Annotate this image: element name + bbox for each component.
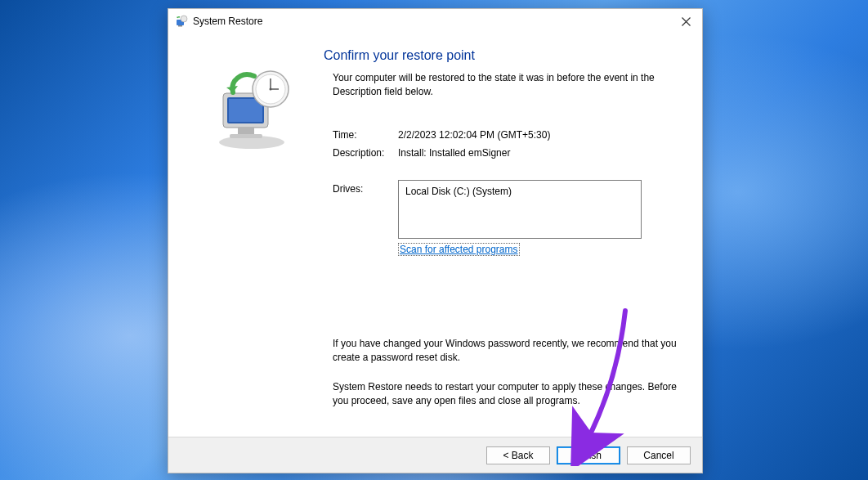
svg-rect-8	[238, 128, 254, 134]
button-bar: < Back Finish Cancel	[168, 437, 702, 473]
drive-item: Local Disk (C:) (System)	[405, 186, 512, 197]
svg-rect-7	[229, 99, 262, 122]
wizard-text-panel: Confirm your restore point Your computer…	[317, 48, 679, 428]
window-title: System Restore	[193, 16, 674, 27]
scan-link-row: Scan for affected programs	[324, 244, 679, 255]
titlebar: System Restore	[168, 9, 702, 34]
finish-button[interactable]: Finish	[557, 446, 620, 464]
page-heading: Confirm your restore point	[324, 48, 679, 63]
wizard-image-panel	[186, 48, 317, 428]
app-icon	[175, 15, 188, 28]
cancel-button[interactable]: Cancel	[627, 446, 691, 464]
system-restore-window: System Restore	[168, 8, 703, 473]
description-label: Description:	[333, 147, 398, 159]
scan-affected-programs-link[interactable]: Scan for affected programs	[398, 243, 520, 256]
svg-point-14	[270, 88, 272, 91]
description-value: Install: Installed emSigner	[398, 147, 510, 159]
restart-warning-text: System Restore needs to restart your com…	[324, 380, 679, 409]
svg-rect-1	[178, 25, 182, 27]
page-instruction: Your computer will be restored to the st…	[324, 71, 679, 100]
system-restore-icon	[207, 65, 297, 155]
back-button[interactable]: < Back	[486, 446, 550, 464]
svg-rect-9	[230, 134, 262, 138]
svg-marker-15	[226, 86, 238, 92]
dialog-content: Confirm your restore point Your computer…	[168, 34, 702, 437]
drives-listbox[interactable]: Local Disk (C:) (System)	[398, 180, 642, 239]
time-value: 2/2/2023 12:02:04 PM (GMT+5:30)	[398, 129, 550, 141]
drives-label: Drives:	[333, 180, 398, 239]
password-warning-text: If you have changed your Windows passwor…	[324, 337, 679, 366]
time-row: Time: 2/2/2023 12:02:04 PM (GMT+5:30)	[324, 129, 679, 141]
svg-point-2	[181, 16, 187, 22]
close-button[interactable]	[674, 12, 697, 30]
drives-row: Drives: Local Disk (C:) (System)	[324, 180, 679, 239]
description-row: Description: Install: Installed emSigner	[324, 147, 679, 159]
time-label: Time:	[333, 129, 398, 141]
